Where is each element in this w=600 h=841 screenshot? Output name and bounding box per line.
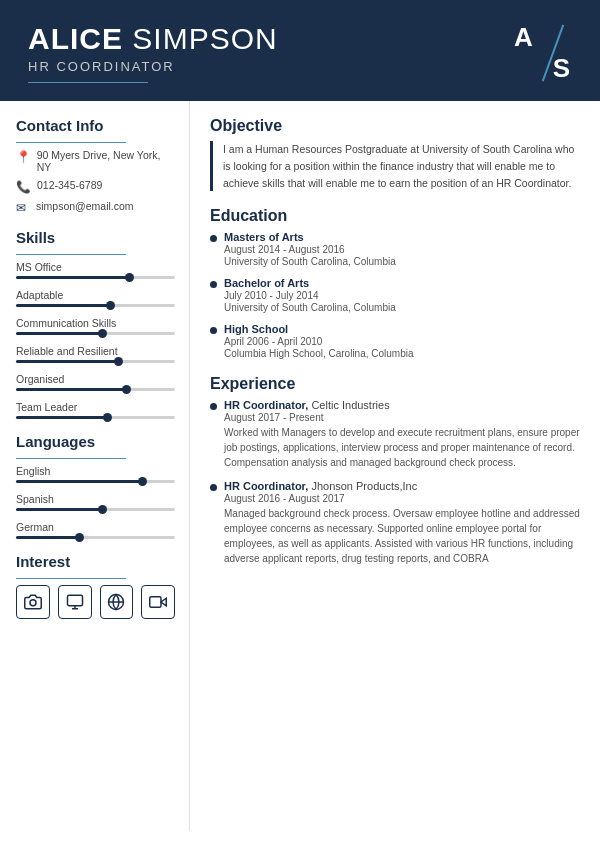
skill-bar-fill-ms-office — [16, 276, 130, 279]
lang-spanish: Spanish — [16, 493, 175, 511]
last-name: SIMPSON — [132, 22, 277, 55]
skill-reliable: Reliable and Resilient — [16, 345, 175, 363]
exp-role-jhonson: HR Coordinator, Jhonson Products,Inc — [224, 480, 584, 492]
edu-date-masters: August 2014 - August 2016 — [224, 244, 584, 255]
experience-section-title: Experience — [210, 375, 584, 393]
edu-school-masters: University of South Carolina, Columbia — [224, 256, 584, 267]
skill-bar-fill-reliable — [16, 360, 119, 363]
skill-team-leader: Team Leader — [16, 401, 175, 419]
skill-label-team-leader: Team Leader — [16, 401, 175, 413]
left-column: Contact Info 📍 90 Myers Drive, New York,… — [0, 101, 190, 831]
skill-label-adaptable: Adaptable — [16, 289, 175, 301]
languages-divider — [16, 458, 126, 459]
skill-bar-bg-ms-office — [16, 276, 175, 279]
skill-bar-bg-organised — [16, 388, 175, 391]
skill-label-ms-office: MS Office — [16, 261, 175, 273]
skills-section-title: Skills — [16, 229, 175, 246]
phone-icon: 📞 — [16, 180, 31, 194]
lang-bar-fill-english — [16, 480, 143, 483]
header-name: ALICE SIMPSON — [28, 22, 278, 55]
interest-divider — [16, 578, 126, 579]
svg-rect-1 — [67, 595, 82, 606]
contact-email: ✉ simpson@email.com — [16, 200, 175, 215]
lang-label-spanish: Spanish — [16, 493, 175, 505]
skill-bar-bg-communication — [16, 332, 175, 335]
edu-date-highschool: April 2006 - April 2010 — [224, 336, 584, 347]
header-left: ALICE SIMPSON HR COORDINATOR — [28, 22, 278, 83]
skill-ms-office: MS Office — [16, 261, 175, 279]
skill-label-communication: Communication Skills — [16, 317, 175, 329]
edu-school-bachelor: University of South Carolina, Columbia — [224, 302, 584, 313]
skill-label-reliable: Reliable and Resilient — [16, 345, 175, 357]
exp-date-celtic: August 2017 - Present — [224, 412, 584, 423]
header: ALICE SIMPSON HR COORDINATOR A S — [0, 0, 600, 101]
interest-icons — [16, 585, 175, 619]
edu-degree-masters: Masters of Arts — [224, 231, 584, 243]
phone-text: 012-345-6789 — [37, 179, 102, 191]
skill-bar-fill-communication — [16, 332, 103, 335]
edu-degree-highschool: High School — [224, 323, 584, 335]
edu-item-masters: Masters of Arts August 2014 - August 201… — [210, 231, 584, 267]
email-text: simpson@email.com — [36, 200, 134, 212]
svg-marker-6 — [161, 598, 166, 606]
video-icon — [141, 585, 175, 619]
skill-organised: Organised — [16, 373, 175, 391]
skill-label-organised: Organised — [16, 373, 175, 385]
skill-bar-bg-adaptable — [16, 304, 175, 307]
edu-item-highschool: High School April 2006 - April 2010 Colu… — [210, 323, 584, 359]
edu-item-bachelor: Bachelor of Arts July 2010 - July 2014 U… — [210, 277, 584, 313]
exp-company-celtic: Celtic Industries — [311, 399, 389, 411]
exp-company-jhonson: Jhonson Products,Inc — [311, 480, 417, 492]
email-icon: ✉ — [16, 201, 30, 215]
objective-section-title: Objective — [210, 117, 584, 135]
exp-desc-jhonson: Managed background check process. Oversa… — [224, 506, 584, 566]
contact-divider — [16, 142, 126, 143]
lang-german: German — [16, 521, 175, 539]
skill-bar-fill-organised — [16, 388, 127, 391]
main-layout: Contact Info 📍 90 Myers Drive, New York,… — [0, 101, 600, 831]
skill-bar-fill-team-leader — [16, 416, 108, 419]
first-name: ALICE — [28, 22, 123, 55]
contact-phone: 📞 012-345-6789 — [16, 179, 175, 194]
monogram-top: A — [514, 23, 533, 52]
skill-bar-bg-reliable — [16, 360, 175, 363]
skill-bar-bg-team-leader — [16, 416, 175, 419]
skill-adaptable: Adaptable — [16, 289, 175, 307]
right-column: Objective I am a Human Resources Postgra… — [190, 101, 600, 831]
monogram-bottom: S — [553, 54, 570, 83]
globe-icon — [100, 585, 134, 619]
skill-bar-fill-adaptable — [16, 304, 111, 307]
person-icon — [58, 585, 92, 619]
lang-bar-bg-spanish — [16, 508, 175, 511]
lang-bar-bg-german — [16, 536, 175, 539]
lang-bar-bg-english — [16, 480, 175, 483]
edu-date-bachelor: July 2010 - July 2014 — [224, 290, 584, 301]
edu-school-highschool: Columbia High School, Carolina, Columbia — [224, 348, 584, 359]
lang-label-english: English — [16, 465, 175, 477]
skill-communication: Communication Skills — [16, 317, 175, 335]
camera-icon — [16, 585, 50, 619]
contact-address: 📍 90 Myers Drive, New York, NY — [16, 149, 175, 173]
exp-item-celtic: HR Coordinator, Celtic Industries August… — [210, 399, 584, 470]
monogram: A S — [512, 23, 572, 83]
exp-item-jhonson: HR Coordinator, Jhonson Products,Inc Aug… — [210, 480, 584, 566]
header-divider — [28, 82, 148, 83]
lang-label-german: German — [16, 521, 175, 533]
exp-date-jhonson: August 2016 - August 2017 — [224, 493, 584, 504]
languages-section-title: Languages — [16, 433, 175, 450]
objective-text: I am a Human Resources Postgraduate at U… — [210, 141, 584, 191]
skills-divider — [16, 254, 126, 255]
lang-bar-fill-spanish — [16, 508, 103, 511]
exp-desc-celtic: Worked with Managers to develop and exec… — [224, 425, 584, 470]
lang-english: English — [16, 465, 175, 483]
svg-point-0 — [30, 600, 36, 606]
location-icon: 📍 — [16, 150, 31, 164]
job-title: HR COORDINATOR — [28, 59, 278, 74]
education-section-title: Education — [210, 207, 584, 225]
contact-section-title: Contact Info — [16, 117, 175, 134]
edu-degree-bachelor: Bachelor of Arts — [224, 277, 584, 289]
exp-role-celtic: HR Coordinator, Celtic Industries — [224, 399, 584, 411]
interest-section-title: Interest — [16, 553, 175, 570]
address-text: 90 Myers Drive, New York, NY — [37, 149, 175, 173]
lang-bar-fill-german — [16, 536, 80, 539]
